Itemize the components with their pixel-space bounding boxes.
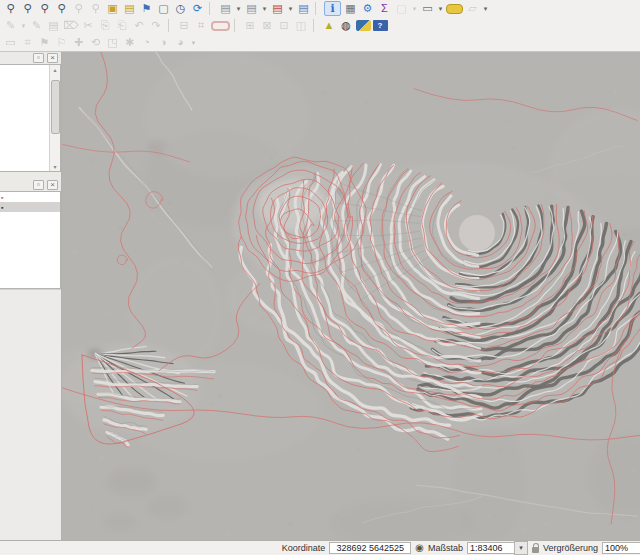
zoom-full-button[interactable]: ⚲: [54, 1, 69, 16]
dock-empty-area: [0, 289, 61, 540]
coordinate-input[interactable]: [329, 542, 411, 554]
layer-diagram-options-button: ⌗: [20, 35, 35, 50]
diagram-position-button: ◑: [156, 35, 171, 50]
python-console-button[interactable]: [356, 20, 371, 31]
scroll-down-icon[interactable]: ▾: [53, 162, 56, 171]
copy-features-button: ⎘: [98, 18, 113, 33]
layer-icon: ▪: [1, 204, 3, 211]
label-toolbar-extra-button: ✱: [122, 35, 137, 50]
zoom-in-button[interactable]: ⚲: [3, 1, 18, 16]
toolbar-separator: [168, 19, 173, 32]
scale-lock-icon[interactable]: [532, 547, 539, 553]
refresh-map-button[interactable]: ⟳: [190, 1, 205, 16]
identify-features-button[interactable]: ℹ: [324, 1, 341, 16]
layer-labeling-options-button: ▭: [3, 35, 18, 50]
toolbar-separator: [234, 19, 239, 32]
statistical-summary-button[interactable]: Σ: [377, 1, 392, 16]
annotation-dropdown-icon[interactable]: ▾: [482, 1, 489, 16]
extent-icon[interactable]: ◉: [415, 543, 424, 553]
dock-float-button[interactable]: ▫: [33, 180, 44, 190]
open-attribute-table-button[interactable]: ▦: [343, 1, 358, 16]
deselect-features-button[interactable]: ▤: [270, 1, 285, 16]
vertex-tool-current-button: ⊠: [260, 18, 275, 33]
snapping-options-button: ⊟: [177, 18, 192, 33]
map-tips-button[interactable]: [446, 4, 463, 14]
layers-panel-content: ▪ ▪: [0, 191, 61, 289]
select-by-expression-dropdown-icon[interactable]: ▾: [261, 1, 268, 16]
pin-unpin-labels-button: ⚑: [37, 35, 52, 50]
scale-input[interactable]: [467, 542, 515, 554]
move-label-button: ✚: [71, 35, 86, 50]
map-pin-button[interactable]: ⚑: [139, 1, 154, 16]
globe-plugin-button[interactable]: ◍: [339, 18, 354, 33]
dock-float-button[interactable]: ▫: [33, 53, 44, 63]
scale-label: Maßstab: [428, 543, 463, 553]
select-by-value-button[interactable]: ▤: [296, 1, 311, 16]
deselect-features-dropdown-icon[interactable]: ▾: [287, 1, 294, 16]
toolbar-row: ✎▾✎▤⌦✂⎘⎗↶↷⊟⌗⊞⊠⊡◫▲◍?: [2, 17, 638, 34]
current-edits-dropdown-icon: ▾: [20, 18, 27, 33]
cut-features-button: ✂: [81, 18, 96, 33]
toolbar: ⚲⚲⚲⚲⚲⚲▣▤⚑▢◷⟳▤▾▤▾▤▾▤ℹ▦⚙Σ▢▾▭▾▱▾✎▾✎▤⌦✂⎘⎗↶↷⊟…: [0, 0, 640, 52]
grass-tools-button[interactable]: ▲: [322, 18, 337, 33]
print-layout-button: ▢: [394, 1, 409, 16]
scroll-up-icon[interactable]: ▴: [53, 65, 56, 74]
plugin-help-button[interactable]: ?: [373, 20, 388, 31]
layer-item-contours[interactable]: ▪: [0, 192, 60, 202]
browser-panel-content[interactable]: ▴ ▾: [0, 64, 61, 172]
highlight-pinned-labels-button: ⚐: [54, 35, 69, 50]
rotate-label-button: ⟲: [88, 35, 103, 50]
select-features-dropdown-icon[interactable]: ▾: [235, 1, 242, 16]
panel-scrollbar[interactable]: ▴ ▾: [49, 65, 60, 171]
scrollbar-track[interactable]: [50, 74, 60, 162]
change-label-properties-button: ◳: [105, 35, 120, 50]
scrollbar-thumb[interactable]: [51, 80, 60, 134]
multiedit-attributes-button: ⊡: [277, 18, 292, 33]
zoom-native-button[interactable]: ⚲: [37, 1, 52, 16]
toolbar-row: ⚲⚲⚲⚲⚲⚲▣▤⚑▢◷⟳▤▾▤▾▤▾▤ℹ▦⚙Σ▢▾▭▾▱▾: [2, 0, 638, 17]
main-area: ▫ × ▴ ▾ ▫ × ▪ ▪: [0, 52, 640, 540]
vertex-tool-all-button: ⊞: [243, 18, 258, 33]
toolbar-separator: [209, 2, 214, 15]
magnifier-input[interactable]: [602, 542, 640, 554]
status-bar: Koordinate ◉ Maßstab ▾ Vergrößerung: [0, 540, 640, 555]
temporal-controller-button[interactable]: ◷: [173, 1, 188, 16]
toolbar-separator: [315, 2, 320, 15]
modify-attributes-button: ◫: [294, 18, 309, 33]
toolbar-separator: [313, 19, 318, 32]
undo-button: ↶: [132, 18, 147, 33]
dock-close-button[interactable]: ×: [47, 53, 58, 63]
delete-selected-button: ⌦: [63, 18, 79, 33]
new-annotation-button: ▱: [465, 1, 480, 16]
avoid-intersections-button: [211, 21, 230, 31]
toggle-editing-button: ✎: [29, 18, 44, 33]
zoom-to-selection-button: ⚲: [71, 1, 86, 16]
zoom-out-button[interactable]: ⚲: [20, 1, 35, 16]
print-layout-dropdown-icon: ▾: [411, 1, 418, 16]
layer-item-hillshade[interactable]: ▪: [0, 202, 60, 212]
layer-icon: ▪: [1, 194, 3, 201]
select-features-button[interactable]: ▤: [218, 1, 233, 16]
map-canvas[interactable]: [62, 52, 640, 540]
magnifier-label: Vergrößerung: [543, 543, 598, 553]
dock-close-button[interactable]: ×: [47, 180, 58, 190]
measure-button[interactable]: ▭: [420, 1, 435, 16]
map-view[interactable]: [62, 52, 640, 540]
new-map-view-button[interactable]: ▢: [156, 1, 171, 16]
new-spatial-bookmark-button[interactable]: ▣: [105, 1, 120, 16]
paste-features-button: ⎗: [115, 18, 130, 33]
toolbar-row: ▭⌗⚑⚐✚⟲◳✱◔◑◕▾: [2, 34, 638, 51]
dock-panels: ▫ × ▴ ▾ ▫ × ▪ ▪: [0, 52, 62, 540]
dock-splitter[interactable]: [0, 172, 61, 179]
measure-dropdown-icon[interactable]: ▾: [437, 1, 444, 16]
select-by-expression-button[interactable]: ▤: [244, 1, 259, 16]
browser-panel-header: ▫ ×: [0, 52, 61, 64]
processing-toolbox-button[interactable]: ⚙: [360, 1, 375, 16]
save-layer-edits-button: ▤: [46, 18, 61, 33]
scale-dropdown-icon[interactable]: ▾: [514, 541, 528, 555]
label-toolbar-dropdown-icon: ▾: [190, 35, 197, 50]
show-spatial-bookmarks-button[interactable]: ▤: [122, 1, 137, 16]
zoom-to-layer-button: ⚲: [88, 1, 103, 16]
tracing-button: ⌗: [194, 18, 209, 33]
redo-button: ↷: [149, 18, 164, 33]
